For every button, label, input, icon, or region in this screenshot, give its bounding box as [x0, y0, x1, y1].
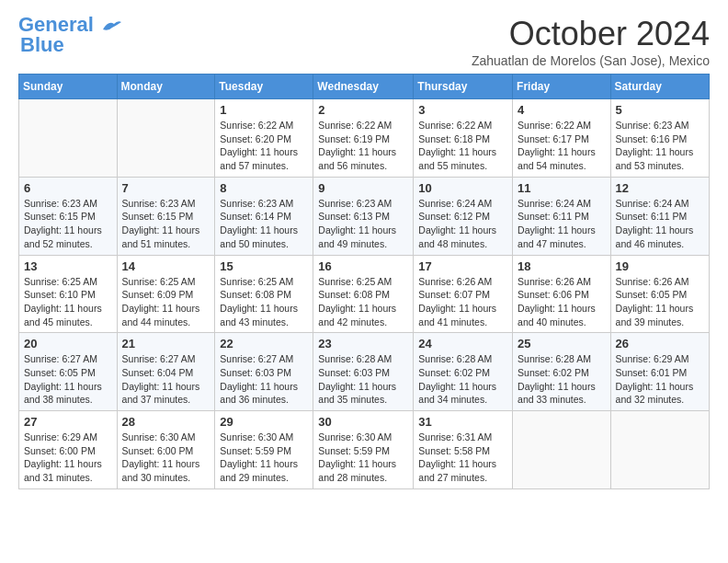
day-header-tuesday: Tuesday [215, 75, 313, 99]
day-detail: Sunrise: 6:30 AMSunset: 5:59 PMDaylight:… [220, 431, 308, 485]
calendar-cell: 14Sunrise: 6:25 AMSunset: 6:09 PMDayligh… [117, 255, 215, 333]
day-detail: Sunrise: 6:30 AMSunset: 6:00 PMDaylight:… [122, 431, 210, 485]
logo-bird-icon [101, 18, 121, 33]
day-header-sunday: Sunday [19, 75, 118, 99]
calendar-cell: 30Sunrise: 6:30 AMSunset: 5:59 PMDayligh… [313, 411, 414, 489]
day-number: 25 [518, 337, 606, 350]
calendar-week-row: 20Sunrise: 6:27 AMSunset: 6:05 PMDayligh… [19, 333, 710, 411]
calendar-cell: 31Sunrise: 6:31 AMSunset: 5:58 PMDayligh… [414, 411, 513, 489]
day-detail: Sunrise: 6:22 AMSunset: 6:19 PMDaylight:… [318, 119, 408, 173]
day-number: 14 [122, 259, 210, 273]
subtitle: Zahuatlan de Morelos (San Jose), Mexico [472, 53, 710, 68]
day-number: 20 [24, 337, 112, 350]
day-number: 9 [318, 181, 408, 195]
day-detail: Sunrise: 6:23 AMSunset: 6:16 PMDaylight:… [616, 119, 704, 173]
day-number: 5 [616, 103, 704, 117]
day-number: 10 [418, 181, 507, 195]
calendar-cell: 22Sunrise: 6:27 AMSunset: 6:03 PMDayligh… [215, 333, 313, 411]
calendar-cell: 1Sunrise: 6:22 AMSunset: 6:20 PMDaylight… [215, 99, 313, 178]
calendar: SundayMondayTuesdayWednesdayThursdayFrid… [18, 74, 710, 489]
day-detail: Sunrise: 6:25 AMSunset: 6:08 PMDaylight:… [318, 275, 408, 329]
calendar-cell: 6Sunrise: 6:23 AMSunset: 6:15 PMDaylight… [19, 177, 118, 255]
day-detail: Sunrise: 6:22 AMSunset: 6:20 PMDaylight:… [220, 119, 308, 173]
calendar-cell: 29Sunrise: 6:30 AMSunset: 5:59 PMDayligh… [215, 411, 313, 489]
day-detail: Sunrise: 6:22 AMSunset: 6:18 PMDaylight:… [418, 119, 507, 173]
day-detail: Sunrise: 6:23 AMSunset: 6:15 PMDaylight:… [122, 197, 210, 251]
day-number: 2 [318, 103, 408, 117]
day-detail: Sunrise: 6:29 AMSunset: 6:01 PMDaylight:… [616, 352, 704, 407]
day-number: 16 [318, 259, 408, 273]
day-number: 27 [24, 415, 112, 429]
calendar-cell: 19Sunrise: 6:26 AMSunset: 6:05 PMDayligh… [610, 255, 709, 333]
day-detail: Sunrise: 6:26 AMSunset: 6:07 PMDaylight:… [418, 275, 507, 329]
calendar-cell: 4Sunrise: 6:22 AMSunset: 6:17 PMDaylight… [513, 99, 611, 178]
calendar-cell: 21Sunrise: 6:27 AMSunset: 6:04 PMDayligh… [117, 333, 215, 411]
calendar-cell: 24Sunrise: 6:28 AMSunset: 6:02 PMDayligh… [414, 333, 513, 411]
month-title: October 2024 [472, 15, 710, 53]
day-number: 12 [616, 181, 704, 195]
day-number: 3 [418, 103, 507, 117]
day-detail: Sunrise: 6:23 AMSunset: 6:14 PMDaylight:… [220, 197, 308, 251]
calendar-cell: 18Sunrise: 6:26 AMSunset: 6:06 PMDayligh… [513, 255, 611, 333]
day-detail: Sunrise: 6:26 AMSunset: 6:05 PMDaylight:… [616, 275, 704, 329]
day-header-monday: Monday [117, 75, 215, 99]
day-number: 11 [518, 181, 606, 195]
calendar-header-row: SundayMondayTuesdayWednesdayThursdayFrid… [19, 75, 710, 99]
calendar-cell [117, 99, 215, 178]
calendar-cell: 7Sunrise: 6:23 AMSunset: 6:15 PMDaylight… [117, 177, 215, 255]
calendar-week-row: 27Sunrise: 6:29 AMSunset: 6:00 PMDayligh… [19, 411, 710, 489]
day-number: 23 [318, 337, 408, 350]
calendar-cell: 13Sunrise: 6:25 AMSunset: 6:10 PMDayligh… [19, 255, 118, 333]
day-number: 28 [122, 415, 210, 429]
calendar-cell: 3Sunrise: 6:22 AMSunset: 6:18 PMDaylight… [414, 99, 513, 178]
day-detail: Sunrise: 6:24 AMSunset: 6:12 PMDaylight:… [418, 197, 507, 251]
day-number: 8 [220, 181, 308, 195]
day-number: 29 [220, 415, 308, 429]
day-number: 21 [122, 337, 210, 350]
day-number: 6 [24, 181, 112, 195]
calendar-week-row: 6Sunrise: 6:23 AMSunset: 6:15 PMDaylight… [19, 177, 710, 255]
day-header-saturday: Saturday [610, 75, 709, 99]
day-number: 19 [616, 259, 704, 273]
calendar-cell [19, 99, 118, 178]
title-block: October 2024 Zahuatlan de Morelos (San J… [472, 15, 710, 68]
calendar-cell: 8Sunrise: 6:23 AMSunset: 6:14 PMDaylight… [215, 177, 313, 255]
day-detail: Sunrise: 6:25 AMSunset: 6:10 PMDaylight:… [24, 275, 112, 329]
day-detail: Sunrise: 6:24 AMSunset: 6:11 PMDaylight:… [616, 197, 704, 251]
calendar-cell: 16Sunrise: 6:25 AMSunset: 6:08 PMDayligh… [313, 255, 414, 333]
calendar-cell [513, 411, 611, 489]
day-header-friday: Friday [513, 75, 611, 99]
day-number: 26 [616, 337, 704, 350]
calendar-cell: 25Sunrise: 6:28 AMSunset: 6:02 PMDayligh… [513, 333, 611, 411]
calendar-cell: 28Sunrise: 6:30 AMSunset: 6:00 PMDayligh… [117, 411, 215, 489]
day-detail: Sunrise: 6:28 AMSunset: 6:02 PMDaylight:… [518, 352, 606, 407]
day-number: 13 [24, 259, 112, 273]
day-detail: Sunrise: 6:29 AMSunset: 6:00 PMDaylight:… [24, 431, 112, 485]
day-detail: Sunrise: 6:28 AMSunset: 6:03 PMDaylight:… [318, 352, 408, 407]
day-number: 30 [318, 415, 408, 429]
logo-blue-text: Blue [20, 33, 64, 56]
calendar-cell: 5Sunrise: 6:23 AMSunset: 6:16 PMDaylight… [610, 99, 709, 178]
day-detail: Sunrise: 6:25 AMSunset: 6:09 PMDaylight:… [122, 275, 210, 329]
day-detail: Sunrise: 6:30 AMSunset: 5:59 PMDaylight:… [318, 431, 408, 485]
calendar-cell: 11Sunrise: 6:24 AMSunset: 6:11 PMDayligh… [513, 177, 611, 255]
calendar-cell: 27Sunrise: 6:29 AMSunset: 6:00 PMDayligh… [19, 411, 118, 489]
calendar-cell: 20Sunrise: 6:27 AMSunset: 6:05 PMDayligh… [19, 333, 118, 411]
day-detail: Sunrise: 6:27 AMSunset: 6:03 PMDaylight:… [220, 352, 308, 407]
calendar-cell: 9Sunrise: 6:23 AMSunset: 6:13 PMDaylight… [313, 177, 414, 255]
day-number: 4 [518, 103, 606, 117]
day-detail: Sunrise: 6:27 AMSunset: 6:04 PMDaylight:… [122, 352, 210, 407]
calendar-cell: 12Sunrise: 6:24 AMSunset: 6:11 PMDayligh… [610, 177, 709, 255]
logo-text: General [18, 15, 121, 35]
day-number: 22 [220, 337, 308, 350]
day-number: 1 [220, 103, 308, 117]
calendar-cell: 26Sunrise: 6:29 AMSunset: 6:01 PMDayligh… [610, 333, 709, 411]
day-detail: Sunrise: 6:25 AMSunset: 6:08 PMDaylight:… [220, 275, 308, 329]
day-detail: Sunrise: 6:24 AMSunset: 6:11 PMDaylight:… [518, 197, 606, 251]
day-detail: Sunrise: 6:23 AMSunset: 6:13 PMDaylight:… [318, 197, 408, 251]
day-number: 24 [418, 337, 507, 350]
day-detail: Sunrise: 6:27 AMSunset: 6:05 PMDaylight:… [24, 352, 112, 407]
calendar-week-row: 1Sunrise: 6:22 AMSunset: 6:20 PMDaylight… [19, 99, 710, 178]
logo: General Blue [18, 15, 121, 57]
day-number: 7 [122, 181, 210, 195]
